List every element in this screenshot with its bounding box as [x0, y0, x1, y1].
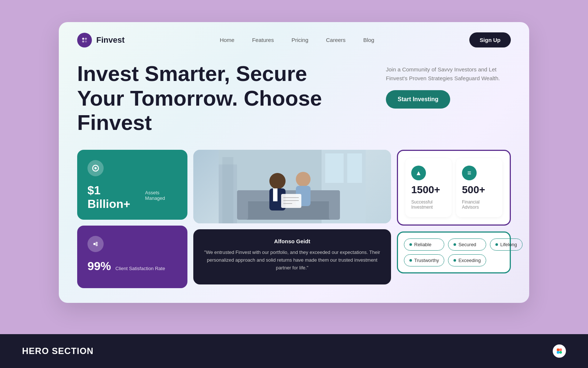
svg-point-7 [96, 242, 98, 244]
svg-rect-22 [281, 194, 301, 208]
nav-pricing[interactable]: Pricing [291, 37, 308, 43]
testimonial-name: Alfonso Geidt [204, 238, 381, 244]
svg-rect-15 [237, 190, 248, 220]
tags-box: Reliable Secured Lifelong Trustwort [397, 231, 511, 273]
people-scene-svg [193, 150, 391, 223]
satisfaction-icon [87, 236, 104, 252]
figma-icon [553, 344, 566, 358]
hero-top: Invest Smarter, Secure Your Tomorrow. Ch… [77, 61, 511, 135]
brand-name: Finvest [96, 35, 125, 45]
assets-stat-row: $1 Billion+ Assets Managed [87, 184, 177, 211]
svg-rect-29 [559, 348, 562, 351]
tag-lifelong: Lifelong [490, 238, 523, 251]
investments-label: Successful Investment [411, 199, 446, 210]
nav-careers[interactable]: Careers [326, 37, 345, 43]
satisfaction-label: Client Satisfaction Rate [115, 266, 165, 271]
testimonial-quote: "We entrusted Finvest with our portfolio… [204, 249, 381, 272]
assets-card: $1 Billion+ Assets Managed [77, 150, 187, 220]
start-investing-button[interactable]: Start Investing [386, 90, 450, 109]
assets-label: Assets Managed [145, 190, 177, 201]
assets-icon [87, 160, 104, 176]
svg-rect-28 [557, 348, 559, 351]
advisors-label: Financial Advisors [462, 199, 496, 210]
tag-exceeding-label: Exceeding [458, 258, 481, 263]
stats-purple-box: ▲ 1500+ Successful Investment ≡ 500+ Fin… [397, 150, 511, 226]
svg-point-20 [296, 172, 311, 187]
left-column: $1 Billion+ Assets Managed [77, 150, 187, 288]
nav-home[interactable]: Home [220, 37, 234, 43]
nav-features[interactable]: Features [252, 37, 274, 43]
hero-right: Join a Community of Savvy Investors and … [386, 61, 511, 109]
testimonial-card: Alfonso Geidt "We entrusted Finvest with… [193, 229, 391, 284]
tag-trustworthy: Trustworthy [404, 254, 444, 266]
advisors-card: ≡ 500+ Financial Advisors [456, 158, 502, 217]
hero-section: Invest Smarter, Secure Your Tomorrow. Ch… [59, 58, 529, 303]
tag-dot-secured [453, 243, 456, 246]
svg-point-8 [96, 244, 98, 246]
middle-column: Alfonso Geidt "We entrusted Finvest with… [193, 150, 391, 288]
bottom-bar-title: HERO SECTION [22, 346, 94, 356]
hero-headline: Invest Smarter, Secure Your Tomorrow. Ch… [77, 61, 334, 135]
svg-point-1 [85, 38, 87, 40]
logo-icon [77, 33, 92, 47]
satisfaction-icon-svg [92, 240, 100, 248]
investments-number: 1500+ [411, 184, 446, 196]
svg-point-2 [82, 40, 85, 42]
satisfaction-card: 99% Client Satisfaction Rate [77, 226, 187, 288]
tag-trustworthy-label: Trustworthy [414, 258, 439, 263]
signup-button[interactable]: Sign Up [469, 32, 511, 47]
svg-rect-19 [273, 188, 277, 201]
advisors-icon: ≡ [462, 166, 477, 180]
tag-exceeding: Exceeding [448, 254, 486, 266]
cards-row: $1 Billion+ Assets Managed [77, 150, 511, 288]
svg-rect-30 [557, 351, 559, 354]
nav-blog[interactable]: Blog [363, 37, 374, 43]
tag-lifelong-label: Lifelong [500, 242, 517, 247]
hero-subtext: Join a Community of Savvy Investors and … [386, 65, 511, 83]
figma-logo-svg [556, 347, 563, 355]
svg-rect-16 [329, 190, 340, 220]
main-card: Finvest Home Features Pricing Careers Bl… [59, 22, 529, 303]
tag-reliable: Reliable [404, 238, 444, 251]
tag-dot-exceeding [453, 259, 456, 262]
satisfaction-number: 99% [87, 259, 111, 273]
navbar: Finvest Home Features Pricing Careers Bl… [59, 22, 529, 58]
svg-rect-11 [325, 153, 344, 183]
bottom-bar: HERO SECTION [0, 334, 588, 368]
photo-card [193, 150, 391, 223]
tag-secured: Secured [448, 238, 486, 251]
investments-card: ▲ 1500+ Successful Investment [405, 158, 452, 217]
tag-secured-label: Secured [458, 242, 476, 247]
svg-point-0 [82, 38, 85, 40]
svg-point-3 [85, 40, 87, 42]
svg-rect-12 [347, 153, 362, 183]
nav-links: Home Features Pricing Careers Blog [220, 37, 374, 43]
svg-point-6 [93, 243, 96, 245]
svg-point-31 [559, 351, 562, 354]
logo: Finvest [77, 33, 125, 47]
tag-dot-trustworthy [409, 259, 412, 262]
advisors-number: 500+ [462, 184, 496, 196]
assets-number: $1 Billion+ [87, 184, 141, 211]
finvest-logo-svg [80, 36, 89, 44]
satisfaction-stat-row: 99% Client Satisfaction Rate [87, 259, 177, 273]
svg-rect-27 [222, 157, 233, 223]
tag-reliable-label: Reliable [414, 242, 431, 247]
tag-dot-lifelong [495, 243, 498, 246]
right-column: ▲ 1500+ Successful Investment ≡ 500+ Fin… [397, 150, 511, 288]
tag-dot-reliable [409, 243, 412, 246]
svg-point-17 [269, 173, 286, 189]
photo-placeholder [193, 150, 391, 223]
asset-icon-svg [92, 164, 100, 172]
investments-icon: ▲ [411, 166, 426, 180]
svg-point-5 [94, 167, 97, 169]
